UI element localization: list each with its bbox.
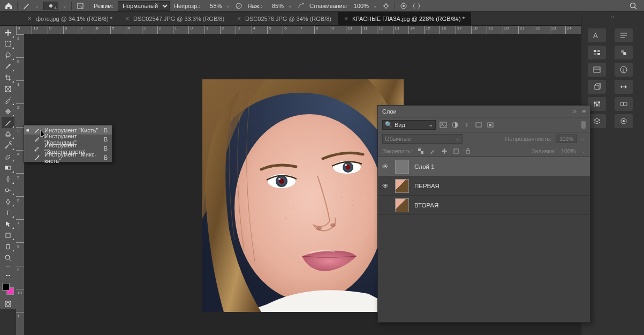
filter-toggle[interactable] bbox=[581, 121, 586, 129]
layer-thumbnail[interactable] bbox=[395, 160, 409, 174]
paragraph-panel-icon[interactable] bbox=[615, 28, 633, 42]
airbrush-icon[interactable] bbox=[297, 2, 305, 10]
layer-row[interactable]: 👁 Слой 1 bbox=[378, 157, 590, 176]
size-pressure-icon[interactable] bbox=[399, 2, 408, 10]
filter-type-icon[interactable]: T bbox=[463, 121, 471, 129]
eyedropper-tool[interactable] bbox=[2, 94, 14, 106]
libraries-panel-icon[interactable] bbox=[588, 63, 606, 77]
3d-panel-icon[interactable] bbox=[588, 80, 606, 94]
smoothing-value[interactable]: 100% bbox=[352, 3, 369, 9]
search-icon[interactable] bbox=[629, 2, 638, 10]
path-selection-tool[interactable] bbox=[2, 218, 14, 229]
styles-panel-icon[interactable] bbox=[615, 97, 633, 111]
lock-all-icon[interactable] bbox=[465, 148, 471, 154]
hand-tool[interactable] bbox=[2, 241, 14, 252]
collapse-indicator[interactable]: ‹‹ bbox=[581, 14, 644, 23]
properties-panel-icon[interactable] bbox=[615, 80, 633, 94]
smoothing-label: Сглаживание: bbox=[309, 3, 347, 9]
color-panel-icon[interactable] bbox=[615, 46, 633, 59]
brush-panel-icon[interactable] bbox=[76, 2, 85, 10]
flow-value[interactable]: 85% bbox=[267, 3, 284, 9]
dodge-tool[interactable] bbox=[2, 184, 14, 196]
edit-toolbar-icon[interactable] bbox=[2, 270, 14, 281]
smoothing-gear-icon[interactable] bbox=[382, 2, 390, 10]
close-icon[interactable]: × bbox=[344, 15, 348, 23]
history-brush-tool[interactable] bbox=[2, 139, 14, 151]
svg-line-44 bbox=[9, 259, 11, 260]
lock-position-icon[interactable] bbox=[441, 148, 448, 154]
lock-transparency-icon[interactable] bbox=[418, 148, 424, 154]
brush-preset-chevron[interactable]: ⌄ bbox=[35, 3, 39, 9]
fill-label: Заливка: bbox=[531, 148, 555, 154]
marquee-tool[interactable] bbox=[2, 38, 14, 49]
stamp-tool[interactable] bbox=[2, 128, 14, 139]
layer-opacity-value[interactable]: 100% bbox=[556, 135, 577, 143]
flyout-mixer-brush[interactable]: Инструмент "Микс-кисть"B bbox=[24, 153, 112, 162]
layer-row[interactable]: ВТОРАЯ bbox=[378, 196, 590, 215]
brush-tool-icon bbox=[22, 2, 31, 10]
magic-wand-tool[interactable] bbox=[2, 61, 14, 72]
blur-tool[interactable] bbox=[2, 173, 14, 184]
swatches-panel-icon[interactable] bbox=[588, 46, 606, 59]
quick-mask-icon[interactable] bbox=[2, 298, 14, 309]
info-panel-icon[interactable]: i bbox=[615, 63, 633, 77]
panel-menu-icon[interactable]: ≡ bbox=[582, 108, 586, 115]
layer-thumbnail[interactable] bbox=[395, 198, 409, 212]
visibility-icon[interactable]: 👁 bbox=[382, 163, 390, 170]
tab-dsc02547[interactable]: ×DSC02547.JPG @ 33,3% (RGB/8) bbox=[119, 12, 231, 26]
layers-panel-icon[interactable] bbox=[588, 114, 606, 128]
filter-smart-icon[interactable] bbox=[486, 121, 495, 129]
tab-photo[interactable]: ×фото.jpg @ 34,1% (RGB/8) * bbox=[21, 12, 119, 26]
lock-artboard-icon[interactable] bbox=[453, 148, 459, 154]
fill-value[interactable]: 100% bbox=[561, 148, 576, 154]
tab-dsc02576[interactable]: ×DSC02576.JPG @ 34% (RGB/8) bbox=[231, 12, 338, 26]
foreground-color-swatch[interactable] bbox=[2, 283, 10, 291]
brush-tool[interactable] bbox=[2, 117, 14, 128]
pen-tool[interactable] bbox=[2, 196, 14, 207]
adjustments-panel-icon[interactable] bbox=[588, 97, 606, 111]
eraser-tool[interactable] bbox=[2, 151, 14, 162]
type-tool[interactable]: T bbox=[2, 207, 14, 218]
svg-rect-42 bbox=[6, 233, 10, 237]
home-icon[interactable] bbox=[4, 2, 13, 10]
svg-rect-76 bbox=[440, 122, 446, 128]
layer-thumbnail[interactable] bbox=[395, 179, 409, 193]
opacity-label: Непрозр.: bbox=[174, 3, 200, 9]
filter-image-icon[interactable] bbox=[439, 121, 448, 129]
zoom-tool[interactable] bbox=[2, 252, 14, 263]
close-icon[interactable]: × bbox=[28, 15, 32, 23]
filter-adjustment-icon[interactable] bbox=[451, 121, 459, 129]
shape-tool[interactable] bbox=[2, 229, 14, 241]
toolbox-more-icon[interactable]: ⋯ bbox=[2, 263, 14, 270]
color-swatches[interactable] bbox=[2, 283, 14, 295]
move-tool[interactable] bbox=[2, 27, 14, 38]
lock-image-icon[interactable] bbox=[429, 148, 436, 154]
blend-mode-select[interactable]: Нормальный bbox=[118, 1, 170, 11]
frame-tool[interactable] bbox=[2, 83, 14, 94]
svg-rect-30 bbox=[5, 41, 11, 47]
symmetry-icon[interactable] bbox=[412, 2, 421, 10]
channels-panel-icon[interactable] bbox=[615, 114, 633, 128]
svg-point-48 bbox=[6, 302, 10, 306]
svg-rect-57 bbox=[594, 53, 596, 55]
layer-filter-select[interactable]: 🔍Вид⌄ bbox=[382, 120, 436, 130]
visibility-icon[interactable]: 👁 bbox=[382, 182, 390, 190]
tab-red-eyes[interactable]: ×КРАСНЫЕ ГЛАЗА.jpg @ 228% (RGB/8#) * bbox=[338, 12, 471, 26]
filter-shape-icon[interactable] bbox=[474, 121, 483, 129]
opacity-pressure-icon[interactable] bbox=[234, 2, 243, 10]
svg-text:i: i bbox=[623, 68, 624, 73]
svg-rect-84 bbox=[454, 149, 458, 153]
lasso-tool[interactable] bbox=[2, 49, 14, 61]
svg-point-25 bbox=[301, 215, 302, 217]
brush-preview[interactable]: 4 bbox=[43, 2, 58, 10]
close-icon[interactable]: × bbox=[125, 15, 129, 23]
opacity-value[interactable]: 58% bbox=[204, 3, 222, 9]
healing-tool[interactable] bbox=[2, 106, 14, 117]
close-icon[interactable]: × bbox=[237, 15, 241, 23]
character-panel-icon[interactable]: A bbox=[588, 28, 606, 42]
crop-tool[interactable] bbox=[2, 72, 14, 83]
layer-row[interactable]: 👁 ПЕРВАЯ bbox=[378, 176, 590, 196]
blend-mode-select[interactable]: Обычные⌄ bbox=[382, 134, 463, 144]
collapse-icon[interactable]: ›› bbox=[573, 108, 577, 114]
gradient-tool[interactable] bbox=[2, 162, 14, 173]
